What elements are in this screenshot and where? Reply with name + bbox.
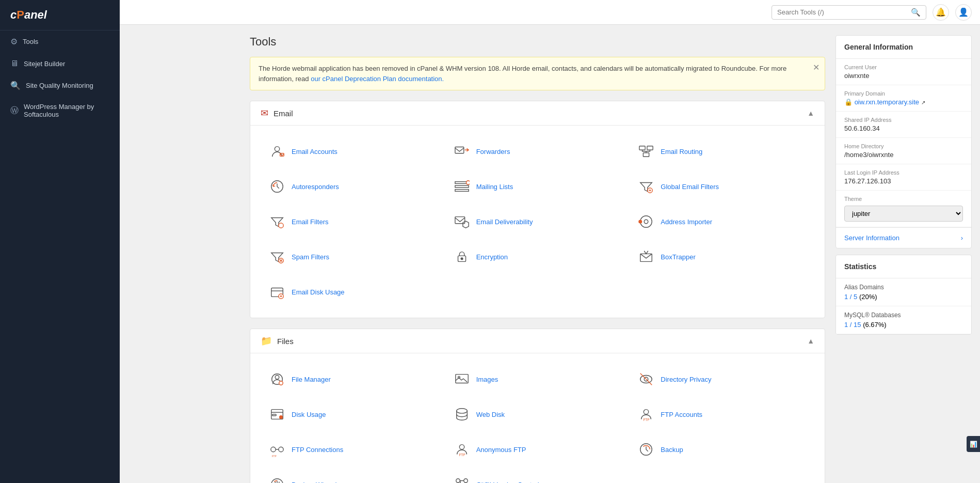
floating-tab[interactable]: 📊 [967,436,980,452]
search-box[interactable]: 🔍 [772,5,926,20]
ftp-connections-label: FTP Connections [292,446,343,454]
email-section-title: ✉ Email [261,107,293,119]
tool-git-version-control[interactable]: Git™ Version Control [445,469,630,483]
page-title: Tools [250,35,825,49]
tool-mailing-lists[interactable]: Mailing Lists [445,171,630,202]
tool-address-importer[interactable]: Address Importer [630,206,814,237]
statistics-card: Statistics Alias Domains 1 / 5 (20%) MyS… [836,255,972,335]
email-section-toggle[interactable]: ▲ [807,109,814,117]
tool-ftp-accounts[interactable]: FTP FTP Accounts [630,399,814,430]
email-section-header[interactable]: ✉ Email ▲ [250,101,825,126]
svg-text:FTP: FTP [459,453,465,457]
file-manager-icon [268,370,286,388]
tool-encryption[interactable]: Encryption [445,241,630,272]
mailing-lists-label: Mailing Lists [476,183,513,191]
svg-rect-2 [455,147,464,153]
svg-point-26 [275,376,279,380]
notice-banner: The Horde webmail application has been r… [250,57,825,90]
server-info-label: Server Information [844,234,899,242]
tool-email-routing[interactable]: Email Routing [630,136,814,167]
notice-close-button[interactable]: ✕ [813,63,820,72]
files-section-header[interactable]: 📁 Files ▲ [250,329,825,353]
forwarders-label: Forwarders [476,148,510,155]
svg-point-46 [456,479,460,483]
primary-domain-link[interactable]: oiw.rxn.temporary.site [855,98,919,106]
general-info-title: General Information [836,36,971,59]
tool-web-disk[interactable]: Web Disk [445,399,630,430]
tool-spam-filters[interactable]: Spam Filters [261,241,445,272]
disk-usage-label: Disk Usage [292,411,326,418]
server-info-link[interactable]: Server Information › [836,227,971,248]
svg-point-16 [639,220,642,223]
ftp-accounts-label: FTP Accounts [661,411,702,418]
address-importer-label: Address Importer [661,218,712,226]
email-section-icon: ✉ [261,107,268,119]
svg-point-12 [279,223,283,228]
cpanel-logo[interactable]: cPanel [0,0,120,30]
stat-mysql-value: 1 / 15 (6.67%) [844,321,963,329]
tool-email-accounts[interactable]: Email Accounts [261,136,445,167]
email-disk-usage-icon [268,283,286,301]
sidebar-item-wpmanager[interactable]: Ⓦ WordPress Manager by Softaculous [0,97,120,124]
home-dir-label: Home Directory [844,143,963,149]
backup-wizard-icon [268,475,286,483]
home-dir-value: /home3/oiwrxnte [844,151,963,159]
tool-disk-usage[interactable]: Disk Usage [261,399,445,430]
user-icon[interactable]: 👤 [955,4,972,21]
backup-icon [637,440,655,459]
email-deliverability-icon [453,212,471,231]
sidebar-item-sqm[interactable]: 🔍 Site Quality Monitoring [0,74,120,97]
web-disk-icon [453,405,471,424]
file-manager-label: File Manager [292,376,331,383]
tools-icon: ⚙ [10,37,18,46]
theme-select[interactable]: jupiter paper_lantern [844,206,963,222]
content-area: Tools The Horde webmail application has … [239,25,836,483]
search-button[interactable]: 🔍 [911,8,921,17]
tool-email-deliverability[interactable]: Email Deliverability [445,206,630,237]
anonymous-ftp-icon: FTP [453,440,471,459]
tool-backup[interactable]: Backup [630,434,814,465]
web-disk-label: Web Disk [476,411,505,418]
sidebar-item-sitejet[interactable]: 🖥 Sitejet Builder [0,53,120,74]
git-version-control-icon [453,475,471,483]
email-filters-icon [268,212,286,231]
email-routing-label: Email Routing [661,148,702,155]
sidebar-item-tools[interactable]: ⚙ Tools [0,30,120,53]
search-input[interactable] [777,8,911,16]
lock-icon: 🔒 [844,98,853,106]
svg-point-27 [279,381,283,385]
tool-boxtrapper[interactable]: BoxTrapper [630,241,814,272]
stat-alias-highlight: 1 / 5 [844,293,857,301]
tool-email-filters[interactable]: Email Filters [261,206,445,237]
primary-domain-value: 🔒 oiw.rxn.temporary.site ↗ [844,98,963,106]
ftp-connections-icon: FTP [268,440,286,459]
tool-email-disk-usage[interactable]: Email Disk Usage [261,276,445,307]
mailing-lists-icon [453,177,471,196]
notifications-icon[interactable]: 🔔 [933,4,949,21]
general-info-card: General Information Current User oiwrxnt… [836,35,972,248]
svg-point-15 [645,220,649,224]
tool-backup-wizard[interactable]: Backup Wizard [261,469,445,483]
tool-global-email-filters[interactable]: Global Email Filters [630,171,814,202]
tool-directory-privacy[interactable]: Directory Privacy [630,364,814,395]
theme-label: Theme [844,196,963,202]
theme-row: Theme jupiter paper_lantern [836,191,971,227]
svg-text:FTP: FTP [272,455,277,457]
tool-images[interactable]: Images [445,364,630,395]
home-dir-row: Home Directory /home3/oiwrxnte [836,138,971,164]
svg-point-0 [275,147,279,151]
sidebar-item-label: Sitejet Builder [24,60,65,68]
tool-ftp-connections[interactable]: FTP FTP Connections [261,434,445,465]
images-label: Images [476,376,499,383]
files-section-toggle[interactable]: ▲ [807,337,814,345]
tool-file-manager[interactable]: File Manager [261,364,445,395]
tool-forwarders[interactable]: Forwarders [445,136,630,167]
shared-ip-row: Shared IP Address 50.6.160.34 [836,112,971,138]
tool-anonymous-ftp[interactable]: FTP Anonymous FTP [445,434,630,465]
shared-ip-value: 50.6.160.34 [844,124,963,132]
external-link-icon: ↗ [921,100,925,105]
email-section-label: Email [274,109,293,118]
tool-autoresponders[interactable]: Autoresponders [261,171,445,202]
notice-link[interactable]: our cPanel Deprecation Plan documentatio… [311,75,444,83]
svg-point-37 [644,410,649,414]
